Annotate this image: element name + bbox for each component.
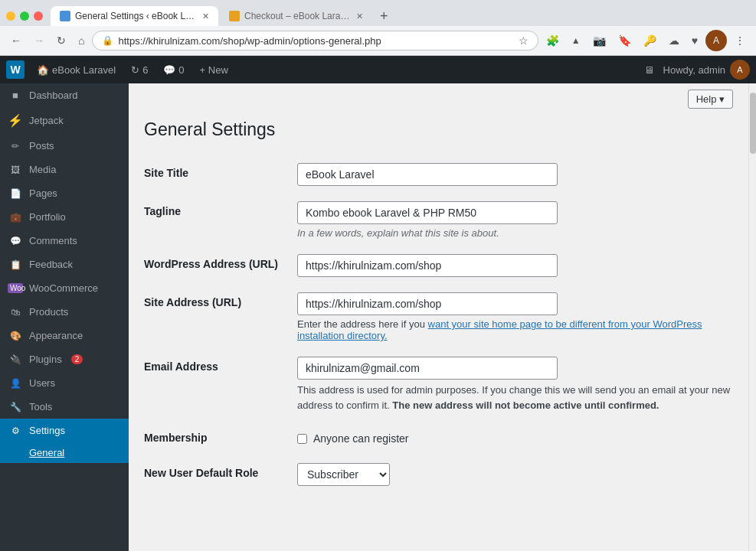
settings-icon: ⚙ [8,425,23,436]
browser-address-row: ← → ↻ ⌂ 🔒 https://khirulnizam.com/shop/w… [0,26,756,56]
sidebar-item-plugins[interactable]: 🔌 Plugins 2 [0,347,129,371]
general-sub-label: General [29,447,64,458]
howdy-label: Howdy, admin [663,64,725,76]
sidebar-item-dashboard[interactable]: ■ Dashboard [0,83,129,107]
users-icon: 👤 [8,378,23,389]
site-name-item[interactable]: 🏠 eBook Laravel [31,56,122,83]
star-icon: ☆ [519,34,529,47]
drive-icon[interactable]: ▲ [567,32,585,49]
plugins-badge: 2 [71,354,83,364]
wp-address-input[interactable] [297,254,558,277]
ext1-icon[interactable]: 🔖 [614,31,636,50]
browser-window: General Settings ‹ eBook Larave… ✕ Check… [0,0,756,551]
tagline-description: In a few words, explain what this site i… [297,227,733,239]
screen-icon: 🖥 [644,64,654,76]
sidebar-item-posts[interactable]: ✏ Posts [0,134,129,158]
site-address-label-text: Site Address (URL) [144,296,241,308]
membership-row: Membership Anyone can register [144,420,733,455]
sidebar-item-pages[interactable]: 📄 Pages [0,181,129,205]
membership-label: Membership [144,420,297,455]
house-icon: 🏠 [37,64,49,76]
dashboard-icon: ■ [8,90,23,101]
sidebar-item-products[interactable]: 🛍 Products [0,300,129,324]
ext4-icon[interactable]: ♥ [687,31,702,50]
tab-1[interactable]: General Settings ‹ eBook Larave… ✕ [51,6,218,26]
menu-button[interactable]: ⋮ [730,31,750,50]
ext3-icon[interactable]: ☁ [664,31,684,50]
sidebar-item-comments[interactable]: 💬 Comments [0,229,129,253]
email-input[interactable] [297,357,558,380]
updates-item[interactable]: ↻ 6 [125,56,154,83]
sidebar-item-media[interactable]: 🖼 Media [0,158,129,181]
sidebar-item-jetpack[interactable]: ⚡ Jetpack [0,107,129,134]
back-button[interactable]: ← [6,31,26,50]
email-note-bold: The new address will not become active u… [392,399,659,411]
forward-button[interactable]: → [29,31,49,50]
jetpack-icon: ⚡ [8,113,23,128]
address-bar[interactable]: 🔒 https://khirulnizam.com/shop/wp-admin/… [92,31,538,51]
screen-options-button[interactable]: 🖥 [638,64,660,76]
tab2-close[interactable]: ✕ [356,11,363,21]
close-button[interactable] [34,11,43,21]
woo-icon: Woo [8,283,23,293]
wp-logo[interactable]: W [6,60,25,79]
admin-avatar[interactable]: A [730,60,750,80]
comments-item[interactable]: 💬 0 [157,56,190,83]
minimize-button[interactable] [6,11,15,21]
tagline-cell: In a few words, explain what this site i… [297,194,733,246]
sidebar-item-settings[interactable]: ⚙ Settings [0,419,129,442]
tab1-close[interactable]: ✕ [202,11,209,21]
comments-icon: 💬 [163,64,175,76]
membership-checkbox[interactable] [297,434,307,444]
pages-icon: 📄 [8,188,23,199]
membership-cell: Anyone can register [297,420,733,455]
site-title-label-text: Site Title [144,167,188,179]
sidebar-item-users[interactable]: 👤 Users [0,371,129,395]
scrollbar[interactable] [748,83,756,551]
tools-icon: 🔧 [8,402,23,412]
settings-form: Site Title Tagline In a few wo [144,155,733,494]
sidebar-item-portfolio[interactable]: 💼 Portfolio [0,205,129,229]
new-tab-button[interactable]: + [374,8,394,24]
scrollbar-thumb[interactable] [750,93,756,154]
ext2-icon[interactable]: 🔑 [639,31,661,50]
sidebar-item-appearance[interactable]: 🎨 Appearance [0,324,129,347]
portfolio-icon: 💼 [8,212,23,223]
site-address-label: Site Address (URL) [144,285,297,349]
site-address-input[interactable] [297,292,558,315]
tab1-label: General Settings ‹ eBook Larave… [75,11,198,21]
tab2-label: Checkout – eBook Laravel [244,11,352,21]
user-role-select[interactable]: Subscriber Contributor Author Editor Adm… [297,463,390,486]
user-avatar[interactable]: A [705,30,727,51]
wp-address-cell [297,246,733,285]
site-address-row: Site Address (URL) Enter the address her… [144,285,733,349]
home-button[interactable]: ⌂ [74,31,89,50]
site-address-description: Enter the address here if you want your … [297,318,733,341]
wp-address-label-text: WordPress Address (URL) [144,258,278,270]
reload-button[interactable]: ↻ [52,31,70,50]
membership-label-text: Membership [144,432,207,444]
extensions-button[interactable]: 🧩 [542,31,564,50]
sidebar-item-woocommerce[interactable]: Woo WooCommerce [0,276,129,300]
feedback-icon: 📋 [8,259,23,270]
wp-main: Help ▾ General Settings Site Title [129,83,748,551]
portfolio-label: Portfolio [29,211,66,223]
new-item[interactable]: + New [194,56,234,83]
sidebar-sub-general[interactable]: General [0,442,129,463]
media-icon: 🖼 [8,165,23,175]
tab-2[interactable]: Checkout – eBook Laravel ✕ [220,6,372,26]
site-title-cell [297,155,733,194]
woocommerce-label: WooCommerce [29,282,98,294]
help-button[interactable]: Help ▾ [688,90,733,109]
site-title-input[interactable] [297,163,558,186]
sidebar-item-tools[interactable]: 🔧 Tools [0,395,129,419]
new-label: + New [200,64,228,76]
email-label: Email Address [144,349,297,420]
maximize-button[interactable] [20,11,29,21]
plugins-icon: 🔌 [8,354,23,365]
sidebar-item-feedback[interactable]: 📋 Feedback [0,253,129,276]
tagline-input[interactable] [297,201,558,224]
comments-label: Comments [29,235,77,246]
camera-icon[interactable]: 📷 [588,31,610,50]
email-note: This address is used for admin purposes.… [297,383,733,412]
